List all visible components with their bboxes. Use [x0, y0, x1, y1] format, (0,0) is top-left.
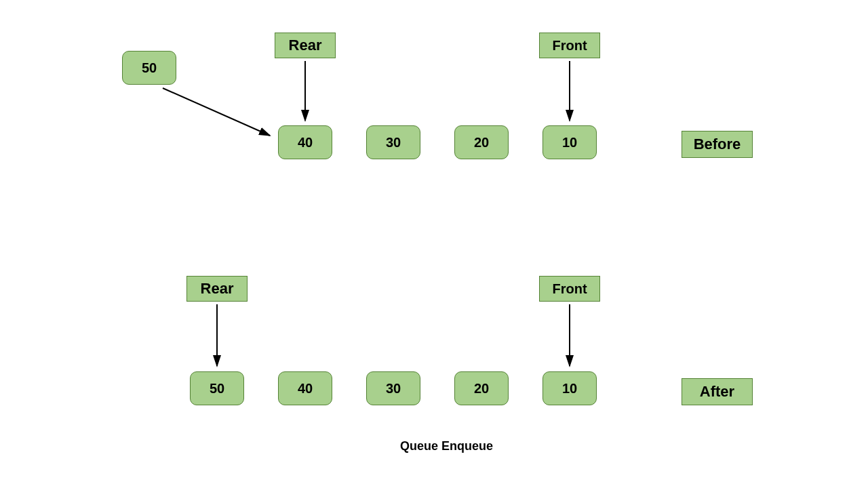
diagram-caption: Queue Enqueue	[400, 439, 493, 453]
after-arrows	[0, 0, 868, 488]
